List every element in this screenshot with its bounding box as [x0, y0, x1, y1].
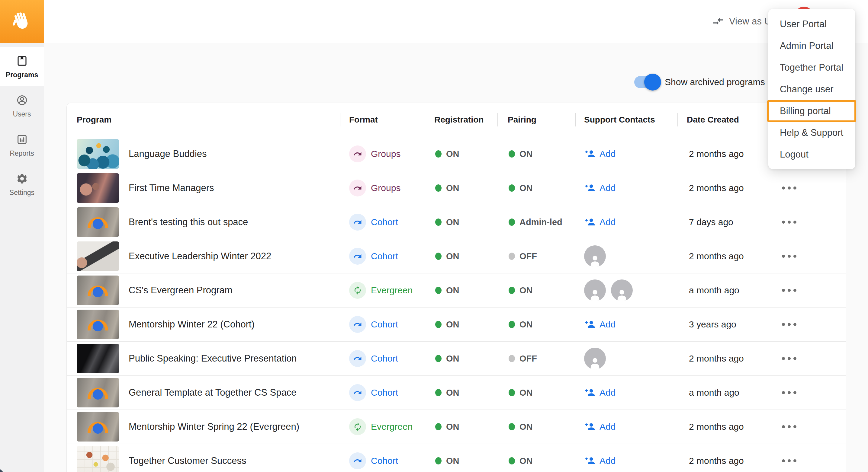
sidebar-item-settings[interactable]: Settings	[0, 165, 44, 204]
registration-status: ON	[446, 217, 459, 227]
person-add-icon	[584, 455, 596, 467]
row-actions-button[interactable]	[777, 239, 801, 273]
program-thumbnail[interactable]	[77, 378, 119, 407]
brand-logo[interactable]	[0, 0, 44, 43]
toggle-thumb	[644, 74, 661, 91]
program-thumbnail[interactable]	[77, 275, 119, 305]
program-thumbnail[interactable]	[77, 207, 119, 237]
table-row: Mentorship Winter 22 (Cohort) Cohort ON …	[67, 307, 846, 342]
pairing-cell: ON	[508, 137, 533, 171]
status-dot-registration	[435, 150, 441, 158]
support-avatar-2[interactable]	[611, 279, 633, 301]
add-support-contact-link[interactable]: Add	[584, 455, 616, 467]
support-avatar-1[interactable]	[584, 348, 606, 369]
sidebar-item-label: Reports	[10, 149, 34, 158]
row-actions-button[interactable]	[777, 171, 801, 205]
person-icon	[588, 356, 602, 369]
program-name[interactable]: First Time Managers	[129, 171, 214, 205]
program-thumbnail[interactable]	[77, 344, 119, 373]
pairing-cell: ON	[508, 410, 533, 444]
program-name[interactable]: CS's Evergreen Program	[129, 273, 232, 307]
registration-status: ON	[446, 285, 459, 296]
evergreen-cycle-icon	[353, 286, 362, 295]
program-name[interactable]: Public Speaking: Executive Presentation	[129, 342, 297, 375]
program-thumbnail[interactable]	[77, 310, 119, 339]
sidebar-item-label: Users	[13, 110, 31, 118]
menu-item-change-user[interactable]: Change user	[768, 78, 855, 100]
program-thumbnail[interactable]	[77, 412, 119, 441]
pairing-cell: OFF	[508, 342, 537, 375]
pairing-dot	[508, 252, 515, 260]
sidebar-item-users[interactable]: Users	[0, 86, 44, 126]
status-dot-registration	[435, 457, 441, 465]
table-row: Brent's testing this out space Cohort ON…	[67, 205, 846, 239]
program-name[interactable]: Executive Leadership Winter 2022	[129, 239, 271, 273]
pairing-cell: Admin-led	[508, 205, 562, 239]
date-created-cell: 3 years ago	[689, 307, 736, 341]
add-support-contact-link[interactable]: Add	[584, 148, 616, 160]
menu-item-billing-portal[interactable]: Billing portal	[768, 100, 855, 122]
column-header-date-created: Date Created	[687, 103, 739, 137]
add-support-contact-link[interactable]: Add	[584, 216, 616, 228]
row-actions-button[interactable]	[777, 273, 801, 307]
add-support-contact-link[interactable]: Add	[584, 319, 616, 330]
format-badge	[349, 145, 366, 162]
add-support-contact-link[interactable]: Add	[584, 387, 616, 398]
registration-cell: ON	[435, 239, 459, 273]
sidebar-item-reports[interactable]: Reports	[0, 126, 44, 165]
add-support-contact-link[interactable]: Add	[584, 182, 616, 194]
row-actions-button[interactable]	[777, 444, 801, 472]
program-name[interactable]: General Template at Together CS Space	[129, 376, 296, 409]
add-label: Add	[599, 456, 616, 466]
format-label: Cohort	[371, 387, 398, 398]
program-thumbnail[interactable]	[77, 139, 119, 169]
program-name[interactable]: Language Buddies	[129, 137, 207, 171]
program-name[interactable]: Mentorship Winter 22 (Cohort)	[129, 307, 255, 341]
format-cell: Cohort	[349, 376, 398, 409]
program-name[interactable]: Brent's testing this out space	[129, 205, 248, 239]
sidebar-item-programs[interactable]: Programs	[0, 47, 44, 86]
menu-item-user-portal[interactable]: User Portal	[768, 13, 855, 35]
program-name[interactable]: Mentorship Winter Spring 22 (Evergreen)	[129, 410, 299, 444]
table-row: CS's Evergreen Program Evergreen ON ON	[67, 273, 846, 307]
format-label: Cohort	[371, 217, 398, 227]
row-actions-button[interactable]	[777, 342, 801, 375]
column-divider	[762, 113, 762, 127]
format-cell: Groups	[349, 171, 401, 205]
registration-status: ON	[446, 388, 459, 398]
format-label: Evergreen	[371, 285, 412, 296]
programs-table: Program Format Registration Pairing Supp…	[66, 103, 846, 472]
status-dot-registration	[435, 423, 441, 430]
program-thumbnail[interactable]	[77, 446, 119, 472]
format-cell: Cohort	[349, 205, 398, 239]
book-icon	[16, 55, 28, 67]
format-label: Cohort	[371, 319, 398, 330]
row-actions-button[interactable]	[777, 410, 801, 444]
registration-status: ON	[446, 319, 459, 330]
pairing-dot	[508, 423, 515, 430]
row-actions-button[interactable]	[777, 307, 801, 341]
format-badge	[349, 282, 366, 299]
menu-item-help-support[interactable]: Help & Support	[768, 122, 855, 144]
pairing-status: ON	[520, 388, 533, 398]
registration-cell: ON	[435, 137, 459, 171]
menu-item-admin-portal[interactable]: Admin Portal	[768, 35, 855, 57]
program-thumbnail[interactable]	[77, 241, 119, 271]
redo-arrow-icon	[353, 252, 362, 261]
support-avatar-1[interactable]	[584, 245, 606, 267]
show-archived-toggle[interactable]	[634, 76, 657, 88]
add-support-contact-link[interactable]: Add	[584, 421, 616, 433]
menu-item-logout[interactable]: Logout	[768, 144, 855, 165]
menu-item-together-portal[interactable]: Together Portal	[768, 57, 855, 78]
registration-status: ON	[446, 422, 459, 432]
program-thumbnail[interactable]	[77, 173, 119, 203]
pairing-dot	[508, 287, 515, 294]
support-avatar-1[interactable]	[584, 279, 606, 301]
program-name[interactable]: Together Customer Success	[129, 444, 246, 472]
row-actions-button[interactable]	[777, 376, 801, 409]
row-actions-button[interactable]	[777, 205, 801, 239]
person-add-icon	[584, 148, 596, 160]
support-contacts-cell	[584, 342, 606, 375]
person-add-icon	[584, 387, 596, 398]
pairing-dot	[508, 457, 515, 465]
